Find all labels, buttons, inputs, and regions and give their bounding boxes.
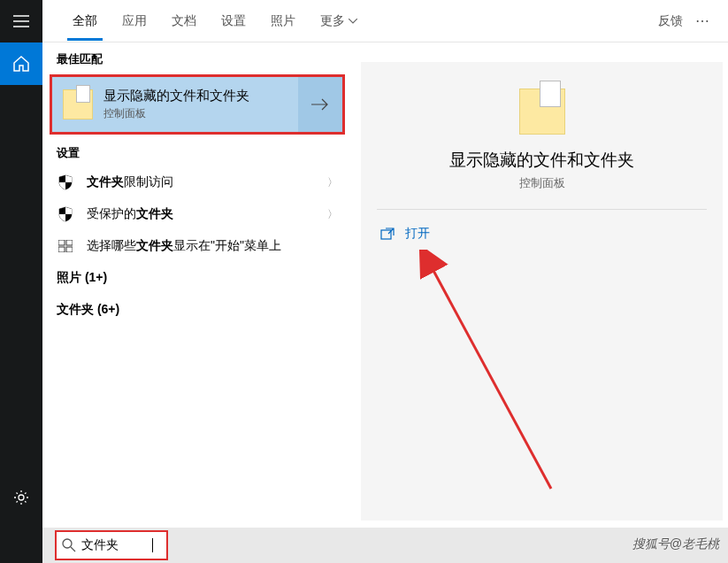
open-label: 打开 [405, 226, 430, 242]
tab-more-label: 更多 [320, 13, 345, 29]
arrow-right-icon [311, 98, 329, 111]
preview-subtitle: 控制面板 [361, 175, 723, 191]
settings-header: 设置 [42, 136, 352, 166]
open-icon [380, 228, 395, 240]
feedback-link[interactable]: 反馈 [658, 13, 683, 29]
home-button[interactable] [0, 42, 42, 85]
setting-folder-restrict-access[interactable]: 文件夹限制访问 〉 [42, 166, 352, 198]
open-action[interactable]: 打开 [361, 219, 723, 249]
settings-gear-button[interactable] [0, 476, 42, 519]
shield-icon [57, 206, 74, 222]
setting-label: 受保护的文件夹 [87, 206, 327, 222]
preview-panel: 显示隐藏的文件和文件夹 控制面板 打开 [361, 62, 723, 521]
search-input[interactable] [81, 538, 152, 552]
svg-point-7 [63, 539, 72, 548]
svg-rect-3 [58, 247, 65, 252]
setting-protected-folders[interactable]: 受保护的文件夹 〉 [42, 198, 352, 230]
svg-rect-5 [381, 230, 391, 239]
chevron-down-icon [349, 19, 357, 24]
search-tabs: 全部 应用 文档 设置 照片 更多 反馈 ⋯ [42, 0, 728, 42]
divider [377, 209, 707, 210]
shield-icon [57, 174, 74, 190]
text-caret [152, 538, 153, 552]
watermark: 搜狐号@老毛桃 [632, 536, 719, 552]
tab-settings[interactable]: 设置 [209, 2, 258, 41]
category-photos[interactable]: 照片 (1+) [42, 262, 352, 294]
setting-label: 选择哪些文件夹显示在"开始"菜单上 [87, 238, 338, 254]
svg-line-8 [71, 547, 75, 551]
grid-icon [57, 240, 74, 252]
best-match-expand-button[interactable] [298, 77, 342, 132]
best-match-title: 显示隐藏的文件和文件夹 [103, 88, 298, 104]
setting-label: 文件夹限制访问 [87, 174, 327, 190]
svg-point-0 [19, 495, 24, 500]
more-options-button[interactable]: ⋯ [695, 12, 710, 29]
chevron-right-icon: 〉 [327, 175, 338, 190]
category-folders[interactable]: 文件夹 (6+) [42, 294, 352, 326]
preview-title: 显示隐藏的文件和文件夹 [361, 149, 723, 172]
setting-start-menu-folders[interactable]: 选择哪些文件夹显示在"开始"菜单上 [42, 230, 352, 262]
chevron-right-icon: 〉 [327, 207, 338, 222]
search-icon [62, 538, 76, 552]
hamburger-button[interactable] [0, 0, 42, 42]
tab-all[interactable]: 全部 [60, 2, 110, 41]
preview-folder-icon [519, 89, 565, 135]
search-bar [42, 528, 728, 563]
search-box[interactable] [55, 530, 168, 560]
tab-photos[interactable]: 照片 [258, 2, 308, 41]
tab-more[interactable]: 更多 [308, 2, 370, 41]
svg-rect-2 [66, 240, 73, 245]
best-match-subtitle: 控制面板 [103, 106, 298, 121]
folder-options-icon [63, 89, 93, 120]
svg-rect-4 [66, 247, 73, 252]
svg-rect-1 [58, 240, 65, 245]
tab-docs[interactable]: 文档 [159, 2, 209, 41]
best-match-header: 最佳匹配 [42, 42, 352, 73]
results-panel: 最佳匹配 显示隐藏的文件和文件夹 控制面板 设置 文件夹限制访问 〉 受保护的文… [42, 42, 352, 528]
tab-apps[interactable]: 应用 [110, 2, 159, 41]
best-match-result[interactable]: 显示隐藏的文件和文件夹 控制面板 [50, 74, 345, 135]
